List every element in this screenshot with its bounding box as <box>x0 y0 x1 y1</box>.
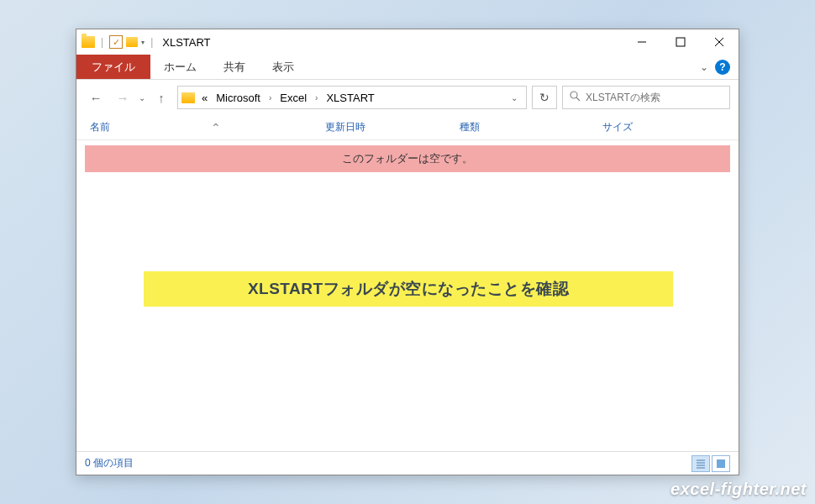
svg-rect-10 <box>717 459 725 468</box>
separator: | <box>98 36 106 48</box>
minimize-icon <box>637 37 647 47</box>
address-bar[interactable]: « Microsoft › Excel › XLSTART ⌄ <box>177 86 527 109</box>
titlebar-left: | ✓ ▾ | XLSTART <box>76 35 211 49</box>
details-view-button[interactable] <box>691 455 710 472</box>
qat-dropdown-icon[interactable]: ▾ <box>141 39 145 46</box>
column-header-size[interactable]: サイズ <box>602 120 670 134</box>
tab-view[interactable]: 表示 <box>259 55 308 79</box>
ribbon-right: ⌄ ? <box>700 55 739 79</box>
item-count: 0 個の項目 <box>85 456 134 470</box>
up-button[interactable]: ↑ <box>150 87 172 108</box>
ribbon-tabs: ファイル ホーム 共有 表示 ⌄ ? <box>76 55 739 80</box>
svg-point-4 <box>570 92 577 98</box>
status-bar: 0 個の項目 <box>76 451 739 475</box>
separator: | <box>148 36 155 48</box>
details-view-icon <box>696 459 706 469</box>
address-prefix[interactable]: « <box>198 92 211 104</box>
view-buttons <box>691 455 730 472</box>
address-segment[interactable]: Microsoft <box>213 92 264 104</box>
tab-home[interactable]: ホーム <box>150 55 210 79</box>
column-header-date[interactable]: 更新日時 <box>325 120 460 134</box>
address-dropdown-icon[interactable]: ⌄ <box>506 93 523 102</box>
maximize-button[interactable] <box>661 29 700 55</box>
close-icon <box>714 37 724 47</box>
title-bar: | ✓ ▾ | XLSTART <box>76 29 739 55</box>
minimize-button[interactable] <box>623 29 661 55</box>
file-tab[interactable]: ファイル <box>76 55 150 79</box>
chevron-right-icon[interactable]: › <box>312 93 321 102</box>
svg-line-5 <box>576 97 580 101</box>
column-header-name[interactable]: 名前 ⌃ <box>90 120 325 134</box>
annotation-overlay: XLSTARTフォルダが空になったことを確認 <box>144 271 673 307</box>
column-header-type[interactable]: 種類 <box>460 120 602 134</box>
sort-indicator-icon: ⌃ <box>211 121 221 134</box>
address-segment[interactable]: Excel <box>276 92 310 104</box>
thumbnails-view-icon <box>716 459 726 469</box>
address-folder-icon <box>181 92 195 103</box>
tab-share[interactable]: 共有 <box>210 55 259 79</box>
maximize-icon <box>676 37 686 47</box>
history-dropdown-icon[interactable]: ⌄ <box>139 93 145 102</box>
chevron-right-icon[interactable]: › <box>266 93 275 102</box>
window-title: XLSTART <box>159 36 210 49</box>
search-input[interactable] <box>586 92 723 103</box>
collapse-ribbon-icon[interactable]: ⌄ <box>700 61 708 73</box>
column-name-label: 名前 <box>90 120 110 134</box>
window-controls <box>623 29 739 55</box>
search-box[interactable] <box>562 86 730 109</box>
thumbnails-view-button[interactable] <box>712 455 730 472</box>
refresh-button[interactable]: ↻ <box>532 86 557 109</box>
navigation-bar: ← → ⌄ ↑ « Microsoft › Excel › XLSTART ⌄ … <box>76 80 739 115</box>
search-icon <box>570 90 581 105</box>
help-icon[interactable]: ? <box>715 60 730 75</box>
empty-folder-message: このフォルダーは空です。 <box>85 145 730 172</box>
svg-rect-1 <box>676 38 685 46</box>
folder-icon <box>82 36 95 48</box>
explorer-window: | ✓ ▾ | XLSTART ファイル ホーム 共有 表示 ⌄ ? <box>76 29 739 475</box>
qat-properties-icon[interactable]: ✓ <box>109 35 123 49</box>
forward-button[interactable]: → <box>112 87 134 108</box>
column-headers: 名前 ⌃ 更新日時 種類 サイズ <box>76 115 739 140</box>
back-button[interactable]: ← <box>85 87 107 108</box>
address-segment[interactable]: XLSTART <box>323 92 377 104</box>
watermark: excel-fighter.net <box>670 480 807 499</box>
qat-folder-icon[interactable] <box>126 37 138 47</box>
close-button[interactable] <box>700 29 739 55</box>
